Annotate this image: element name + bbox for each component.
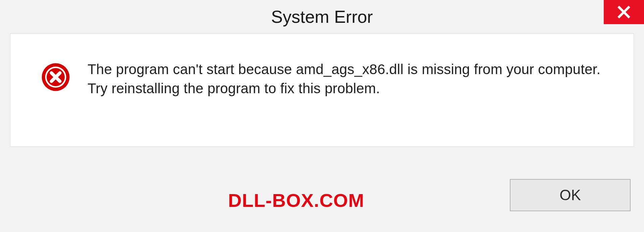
error-icon [41,62,71,92]
close-button[interactable] [604,0,644,24]
titlebar: System Error [0,0,644,34]
ok-button-label: OK [559,187,581,204]
error-message: The program can't start because amd_ags_… [88,60,613,98]
dialog-title: System Error [271,7,373,27]
ok-button[interactable]: OK [510,179,631,211]
close-icon [617,5,631,19]
content-panel: The program can't start because amd_ags_… [10,34,634,147]
watermark-text: DLL-BOX.COM [228,189,364,211]
footer: DLL-BOX.COM OK [0,147,644,232]
